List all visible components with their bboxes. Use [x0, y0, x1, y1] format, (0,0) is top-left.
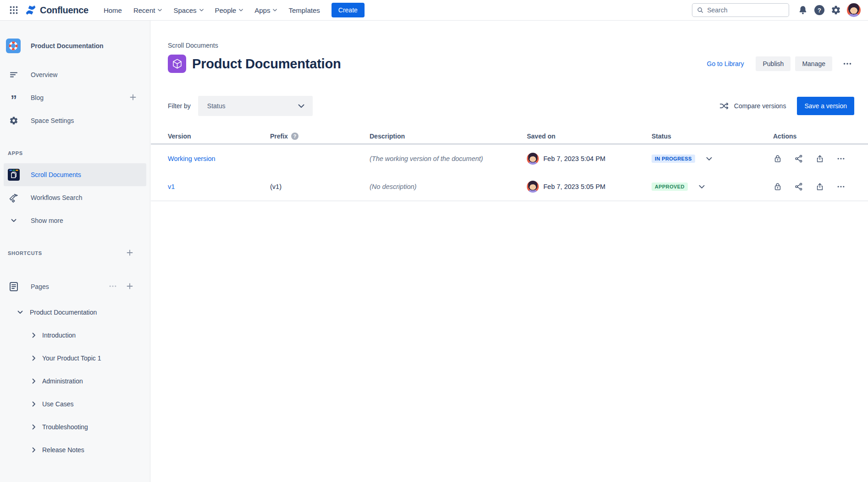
tree-item-administration[interactable]: Administration: [0, 370, 150, 393]
document-cube-icon: [168, 55, 186, 73]
nav-spaces[interactable]: Spaces: [169, 4, 207, 17]
title-row: Product Documentation Go to Library Publ…: [168, 55, 854, 73]
tree-item-troubleshooting[interactable]: Troubleshooting: [0, 416, 150, 438]
sidebar-item-scroll-documents[interactable]: Scroll Documents: [4, 163, 146, 186]
confluence-logo[interactable]: Confluence: [25, 4, 88, 16]
row-actions: [773, 154, 854, 163]
lifebuoy-space-icon: [6, 39, 21, 53]
publish-button[interactable]: Publish: [756, 56, 791, 71]
chevron-down-icon: [158, 9, 162, 11]
col-saved-on: Saved on: [527, 133, 652, 140]
app-switcher-icon[interactable]: [6, 3, 21, 17]
status-badge[interactable]: APPROVED: [652, 183, 688, 191]
share-icon[interactable]: [794, 154, 803, 163]
sidebar: Product Documentation Overview ” Blog: [0, 21, 150, 482]
filter-by-label: Filter by: [168, 102, 191, 110]
user-avatar: [527, 181, 539, 193]
col-version: Version: [168, 133, 270, 140]
user-avatar: [527, 153, 539, 165]
main-content: Scroll Documents Product Documentation G…: [151, 21, 868, 482]
status-chevron-icon[interactable]: [706, 157, 712, 161]
pages-section-header[interactable]: Pages: [0, 275, 150, 298]
svg-text:?: ?: [818, 7, 821, 14]
manage-button[interactable]: Manage: [795, 56, 832, 71]
nav-apps[interactable]: Apps: [250, 4, 281, 17]
add-shortcut-icon[interactable]: [126, 249, 134, 258]
sidebar-item-overview[interactable]: Overview: [0, 63, 150, 86]
blog-quote-icon: ”: [8, 98, 20, 102]
page-tree: Product Documentation Introduction Your …: [0, 301, 150, 461]
chevron-down-icon: [298, 104, 304, 108]
gear-icon: [8, 116, 20, 125]
version-toolbar: Compare versions Save a version: [719, 97, 854, 115]
sidebar-item-space-settings[interactable]: Space Settings: [0, 109, 150, 132]
save-a-version-button[interactable]: Save a version: [797, 97, 854, 115]
share-icon[interactable]: [794, 182, 803, 191]
chevron-down-icon[interactable]: [17, 310, 23, 314]
lock-icon[interactable]: [773, 154, 782, 163]
chevron-right-icon[interactable]: [32, 332, 36, 338]
notifications-icon[interactable]: [795, 2, 811, 18]
chevron-down-icon: [199, 9, 204, 11]
settings-icon[interactable]: [828, 2, 844, 18]
tree-item-use-cases[interactable]: Use Cases: [0, 393, 150, 416]
row-more-icon[interactable]: [836, 182, 846, 191]
col-status: Status: [652, 133, 773, 140]
nav-templates[interactable]: Templates: [284, 4, 324, 17]
go-to-library-link[interactable]: Go to Library: [707, 60, 744, 67]
saved-on-cell: Feb 7, 2023 5:05 PM: [527, 181, 652, 193]
export-icon[interactable]: [815, 182, 824, 191]
table-row-v1: v1 (v1) (No description) Feb 7, 2023 5:0…: [151, 173, 868, 201]
tree-item-your-product-topic-1[interactable]: Your Product Topic 1: [0, 347, 150, 370]
status-cell: APPROVED: [652, 183, 773, 191]
tree-item-release-notes[interactable]: Release Notes: [0, 438, 150, 461]
status-badge[interactable]: IN PROGRESS: [652, 155, 695, 163]
sidebar-item-show-more[interactable]: Show more: [0, 209, 150, 232]
version-link[interactable]: Working version: [168, 155, 216, 162]
add-blog-icon[interactable]: [129, 93, 137, 103]
saved-on-cell: Feb 7, 2023 5:04 PM: [527, 153, 652, 165]
export-icon[interactable]: [815, 154, 824, 163]
pages-more-icon[interactable]: [108, 282, 117, 292]
help-icon[interactable]: ?: [811, 2, 828, 18]
filter-row: Filter by Status Compare versions Save a…: [168, 96, 854, 116]
chevron-right-icon[interactable]: [32, 447, 36, 453]
space-name: Product Documentation: [31, 42, 104, 50]
chevron-down-icon: [8, 219, 20, 222]
prefix-value: (v1): [270, 183, 370, 190]
status-filter-dropdown[interactable]: Status: [198, 96, 313, 116]
col-description: Description: [370, 133, 527, 140]
tree-item-product-documentation[interactable]: Product Documentation: [0, 301, 150, 324]
nav-recent[interactable]: Recent: [129, 4, 166, 17]
page-title: Product Documentation: [192, 56, 341, 72]
prefix-help-icon[interactable]: ?: [291, 133, 299, 140]
chevron-right-icon[interactable]: [32, 378, 36, 384]
confluence-logo-icon: [25, 4, 37, 16]
apps-nav: Scroll Documents Workflows Search Show m…: [0, 163, 150, 232]
row-more-icon[interactable]: [836, 154, 846, 163]
chevron-right-icon[interactable]: [32, 355, 36, 361]
version-link[interactable]: v1: [168, 183, 175, 190]
title-more-icon[interactable]: [840, 55, 854, 72]
space-header[interactable]: Product Documentation: [0, 21, 150, 53]
chevron-right-icon[interactable]: [32, 401, 36, 407]
user-avatar[interactable]: [847, 3, 861, 17]
lock-icon[interactable]: [773, 182, 782, 191]
table-header-row: Version Prefix ? Description Saved on St…: [151, 129, 868, 144]
top-navigation-bar: Confluence Home Recent Spaces People App…: [0, 0, 868, 21]
add-page-icon[interactable]: [126, 282, 134, 292]
status-chevron-icon[interactable]: [699, 185, 705, 189]
tree-item-introduction[interactable]: Introduction: [0, 324, 150, 347]
col-prefix: Prefix ?: [270, 133, 370, 140]
sidebar-item-workflows-search[interactable]: Workflows Search: [0, 186, 150, 209]
chevron-right-icon[interactable]: [32, 424, 36, 430]
sidebar-item-blog[interactable]: ” Blog: [0, 86, 150, 109]
nav-home[interactable]: Home: [100, 4, 126, 17]
nav-people[interactable]: People: [211, 4, 248, 17]
breadcrumb-scroll-documents[interactable]: Scroll Documents: [168, 42, 218, 49]
create-button[interactable]: Create: [332, 3, 365, 17]
primary-nav: Home Recent Spaces People Apps Templates: [100, 4, 324, 17]
search-input[interactable]: [707, 6, 784, 14]
search-box: [692, 3, 789, 17]
compare-versions-button[interactable]: Compare versions: [719, 101, 786, 111]
